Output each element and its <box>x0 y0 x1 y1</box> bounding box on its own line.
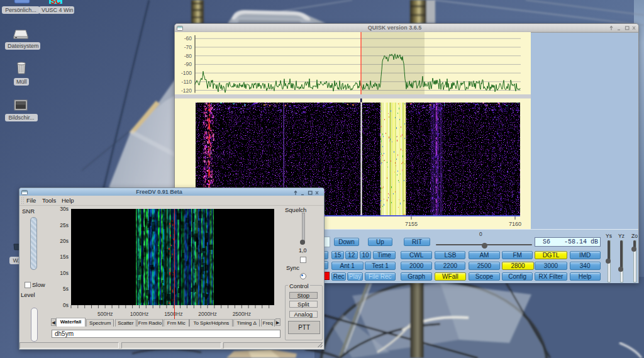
svg-text:-120: -120 <box>181 87 192 94</box>
svg-text:20s: 20s <box>60 238 69 244</box>
svg-text:2500Hz: 2500Hz <box>233 311 251 317</box>
svg-text:500Hz: 500Hz <box>97 311 113 317</box>
svg-text:7155: 7155 <box>405 221 418 227</box>
svg-text:30s: 30s <box>60 206 69 212</box>
svg-text:7160: 7160 <box>509 221 521 227</box>
svg-text:-80: -80 <box>184 53 192 59</box>
svg-text:5s: 5s <box>63 286 69 292</box>
svg-text:10s: 10s <box>60 270 69 276</box>
svg-text:-60: -60 <box>184 35 192 42</box>
svg-text:2000Hz: 2000Hz <box>198 311 216 317</box>
svg-text:-90: -90 <box>184 61 192 67</box>
svg-text:1000Hz: 1000Hz <box>130 311 148 317</box>
svg-text:15s: 15s <box>60 254 69 260</box>
svg-text:0s: 0s <box>63 302 69 308</box>
svg-text:-70: -70 <box>184 44 192 50</box>
svg-text:25s: 25s <box>60 222 69 228</box>
svg-text:-100: -100 <box>181 70 192 76</box>
svg-text:-110: -110 <box>182 79 192 85</box>
